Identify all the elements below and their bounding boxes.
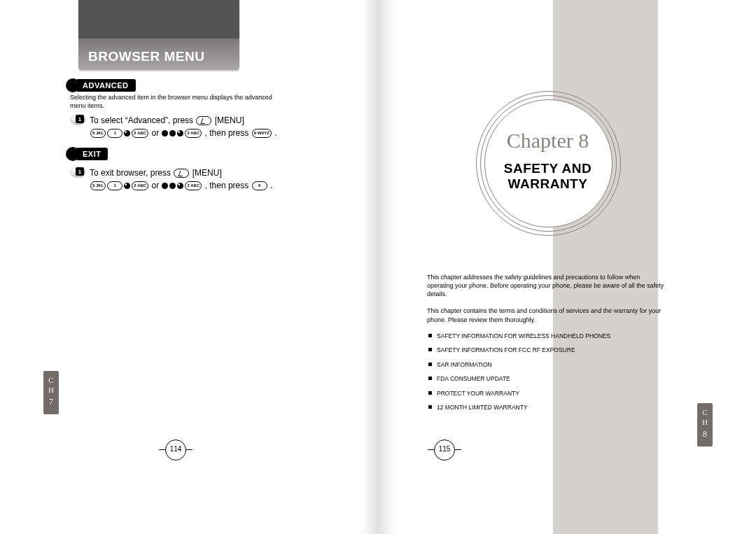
nav-center-icon <box>162 183 168 189</box>
chapter-tab-right: CH 8 <box>697 403 713 447</box>
page-number-right: 115 <box>434 440 455 461</box>
key-1: 1 <box>107 181 122 190</box>
left-page: BROWSER MENU ADVANCED Selecting the adva… <box>0 0 378 534</box>
chapter-intro-body: This chapter addresses the safety guidel… <box>427 273 665 419</box>
softkey-icon <box>196 116 211 125</box>
section-label: EXIT <box>77 148 108 160</box>
section-label: ADVANCED <box>77 79 136 92</box>
section-pill-exit: EXIT <box>66 147 108 161</box>
list-item: SAR INFORMATION <box>427 361 665 369</box>
gutter-shadow <box>361 0 378 534</box>
step-bullet-icon: 1 <box>70 114 85 127</box>
key-9: 9 WXYZ <box>252 129 272 138</box>
list-item: SAFETY INFORMATION FOR FCC RF EXPOSURE <box>427 346 665 354</box>
nav-center-icon <box>162 130 168 136</box>
key-2: 2 ABC <box>185 181 202 190</box>
step-text: To select “Advanced”, press [MENU] 5 JKL… <box>90 114 277 139</box>
exit-step-1: 1 To exit browser, press [MENU] 5 JKL12 … <box>70 167 301 192</box>
key-0: 0 <box>252 181 267 190</box>
ch-number: 8 <box>697 429 713 440</box>
header-tab: BROWSER MENU <box>78 0 239 70</box>
step-number: 1 <box>76 115 84 123</box>
page-spread: BROWSER MENU ADVANCED Selecting the adva… <box>0 0 756 534</box>
list-item: 12 MONTH LIMITED WARRANTY <box>427 404 665 412</box>
key-5: 5 JKL <box>90 181 106 190</box>
header-title: BROWSER MENU <box>78 42 214 70</box>
thumb-index-band <box>553 0 658 534</box>
intro-para-1: This chapter addresses the safety guidel… <box>427 273 665 298</box>
step-bullet-icon: 1 <box>70 167 85 179</box>
nav-down-icon <box>124 130 130 136</box>
chapter-title: SAFETY AND WARRANTY <box>476 161 620 192</box>
advanced-step-1: 1 To select “Advanced”, press [MENU] 5 J… <box>70 114 301 139</box>
chapter-label: Chapter 8 <box>476 129 620 153</box>
section-pill-advanced: ADVANCED <box>66 78 136 92</box>
chapter-medallion: Chapter 8 SAFETY AND WARRANTY <box>476 91 620 234</box>
right-page: Chapter 8 SAFETY AND WARRANTY This chapt… <box>378 0 756 534</box>
nav-down-icon <box>124 183 130 189</box>
chapter-tab-left: CH 7 <box>43 371 59 414</box>
ch-number: 7 <box>43 397 59 408</box>
list-item: PROTECT YOUR WARRANTY <box>427 390 665 398</box>
nav-ok-icon <box>169 130 176 136</box>
gutter-shadow <box>378 0 395 534</box>
intro-para-2: This chapter contains the terms and cond… <box>427 307 665 323</box>
list-item: SAFETY INFORMATION FOR WIRELESS HANDHELD… <box>427 332 665 340</box>
ch-letters: CH <box>702 408 708 426</box>
chapter-topic-list: SAFETY INFORMATION FOR WIRELESS HANDHELD… <box>427 332 665 412</box>
step-number: 1 <box>76 167 84 176</box>
page-number-left: 114 <box>165 440 186 461</box>
key-2: 2 ABC <box>185 129 202 138</box>
nav-ok-icon <box>169 183 176 189</box>
ch-letters: CH <box>48 376 54 394</box>
list-item: FDA CONSUMER UPDATE <box>427 375 665 383</box>
key-1: 1 <box>107 129 122 138</box>
key-5: 5 JKL <box>90 129 106 138</box>
softkey-icon <box>174 169 189 178</box>
nav-down-icon <box>177 130 183 136</box>
advanced-intro: Selecting the advanced item in the brows… <box>70 94 280 110</box>
step-text: To exit browser, press [MENU] 5 JKL12 AB… <box>90 167 272 192</box>
nav-down-icon <box>177 183 183 189</box>
key-2: 2 ABC <box>132 181 148 190</box>
key-2: 2 ABC <box>132 129 148 138</box>
